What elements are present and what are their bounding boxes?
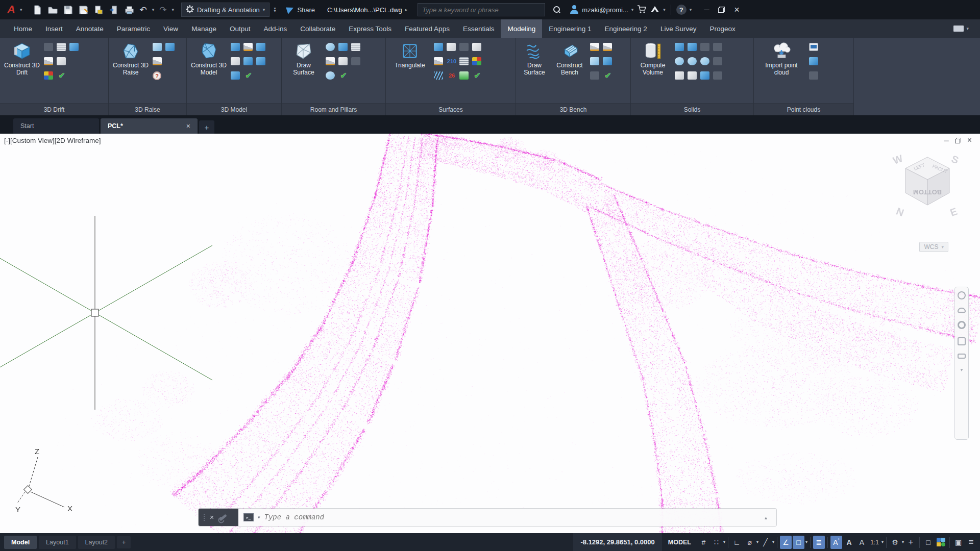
redo-button[interactable]: ↷ [159,5,166,15]
sphere-numbered-icon[interactable] [326,71,335,80]
pan-hand-icon[interactable] [958,308,966,313]
triangulate-button[interactable]: Triangulate [389,40,430,69]
workspace-switcher[interactable]: Drafting & Annotation ▾ [181,3,270,17]
angle-tool-icon[interactable] [338,57,348,65]
viewport-restore-icon[interactable] [955,138,961,143]
object-snap-toggle[interactable]: □ [793,536,804,549]
tab-parametric[interactable]: Parametric [110,19,157,38]
bowtie-icon[interactable] [713,71,722,80]
orbit-icon[interactable] [958,337,966,345]
surface-wedge-icon[interactable] [243,43,253,51]
customize-wrench-icon[interactable] [219,514,227,521]
subtract-lens-icon[interactable] [700,57,709,65]
notes-grid-icon[interactable] [57,57,66,65]
raise-solid-icon[interactable] [153,43,162,51]
tab-live-survey[interactable]: Live Survey [654,19,703,38]
customize-menu-button[interactable]: ≡ [965,536,977,549]
grid-display-toggle[interactable]: # [698,536,709,549]
annotation-monitor-button[interactable]: + [905,536,917,549]
tab-insert[interactable]: Insert [39,19,69,38]
import-point-cloud-button[interactable]: Import point cloud [757,40,805,76]
point-cloud-canvas[interactable] [0,134,980,533]
file-path[interactable]: C:\Users\Moh...\PCL.dwg [327,6,402,14]
cloud-points-icon[interactable] [809,57,818,65]
search-icon[interactable] [553,6,560,13]
help-caret-icon[interactable]: ▾ [690,7,692,12]
app-menu-caret-icon[interactable]: ▾ [20,7,22,12]
wcs-button[interactable]: WCS ▾ [919,242,948,252]
viewport-controls-label[interactable]: [-][Custom View][2D Wireframe] [4,137,101,144]
isodraft-toggle[interactable]: ╱ [760,536,771,549]
restore-button[interactable] [718,7,725,13]
export-button[interactable] [109,5,119,15]
drape-down-icon[interactable] [603,57,612,65]
triangulated-square-icon[interactable] [434,43,443,51]
autocad-logo-icon[interactable]: A [4,3,17,16]
model-traverse-icon[interactable] [256,43,265,51]
osnap-caret-icon[interactable]: ▾ [805,540,807,544]
command-input-area[interactable]: ▸_ ▾ ▴ [238,509,776,526]
model-tab[interactable]: Model [4,536,37,549]
tab-modeling[interactable]: Modeling [501,19,542,38]
qat-customize-icon[interactable]: ▾▾ [274,7,276,12]
drift-window-icon[interactable] [69,43,79,51]
tab-collaborate[interactable]: Collaborate [293,19,342,38]
surface-wedge-icon[interactable] [153,57,162,65]
file-path-arrow-icon[interactable]: ▸ [405,7,408,12]
compute-volume-button[interactable]: Compute Volume [634,40,671,76]
viewport-close-icon[interactable]: × [967,136,972,145]
help-icon[interactable]: ? [153,71,161,80]
construct-bench-button[interactable]: Construct Bench [553,40,586,76]
ply-file-icon[interactable] [809,43,818,51]
pick-tool-icon[interactable] [351,57,360,65]
bench-draw-surface-button[interactable]: Draw Surface [520,40,549,76]
annotation-autoscale-toggle[interactable]: A [843,536,855,549]
new-layout-button[interactable]: + [117,536,131,548]
recent-commands-caret-icon[interactable]: ▾ [258,515,260,520]
navigation-bar[interactable]: ▾ [954,287,969,440]
box-merge-icon[interactable] [700,71,709,80]
new-file-button[interactable] [32,5,42,15]
layout2-tab[interactable]: Layout2 [78,536,115,549]
ribbon-surface-icon[interactable] [231,43,240,51]
annotation-visibility-toggle[interactable]: A° [830,536,842,549]
file-tab-close-icon[interactable]: × [186,122,190,130]
box-split-icon[interactable] [688,71,697,80]
annotation-scale-toggle[interactable]: A [856,536,868,549]
drag-handle-icon[interactable] [204,514,205,521]
print-button[interactable] [124,5,134,15]
gear-pair-icon[interactable] [713,43,722,51]
model-space-button[interactable]: MODEL [662,533,697,551]
lineweight-toggle[interactable]: ≣ [813,536,825,549]
ribbon-display-toggle[interactable]: ▾ [953,19,969,38]
plot-sheet-button[interactable] [93,5,104,15]
viewcube[interactable]: W S N E BOTTOM LEFT FRONT [889,148,966,235]
file-tab-start[interactable]: Start [13,118,99,134]
union-lens-icon[interactable] [675,57,684,65]
pillar-arrows-icon[interactable] [338,43,348,51]
link-segments-icon[interactable] [256,57,265,65]
slice-icon[interactable] [713,57,722,65]
search-input[interactable] [422,6,541,14]
layout1-tab[interactable]: Layout1 [39,536,76,549]
construct-3d-model-button[interactable]: Construct 3D Model [190,40,227,76]
polar-caret-icon[interactable]: ▾ [756,540,758,544]
red-26-icon[interactable]: 26 [447,71,457,80]
draw-surface-button[interactable]: Draw Surface [285,40,322,76]
compass-a-icon[interactable] [459,43,469,51]
gear-caret-icon[interactable]: ▾ [902,540,904,544]
surface-wedge-icon[interactable] [326,57,335,65]
panel-label-3d-drift[interactable]: 3D Drift [0,103,108,115]
tab-essentials[interactable]: Essentials [456,19,501,38]
clean-screen-button[interactable]: ▣ [952,536,964,549]
sphere-icon[interactable] [326,43,335,51]
graphics-performance-button[interactable] [935,536,947,549]
save-as-button[interactable] [78,5,88,15]
panel-label-room-and-pillars[interactable]: Room and Pillars [282,103,385,115]
tab-progeox[interactable]: Progeox [703,19,742,38]
construct-3d-raise-button[interactable]: Construct 3D Raise [112,40,149,76]
surface-wedge-icon[interactable] [590,43,599,51]
open-file-button[interactable] [47,5,58,15]
pillar-grid-icon[interactable] [351,43,360,51]
undo-button[interactable]: ↶ [139,5,146,15]
